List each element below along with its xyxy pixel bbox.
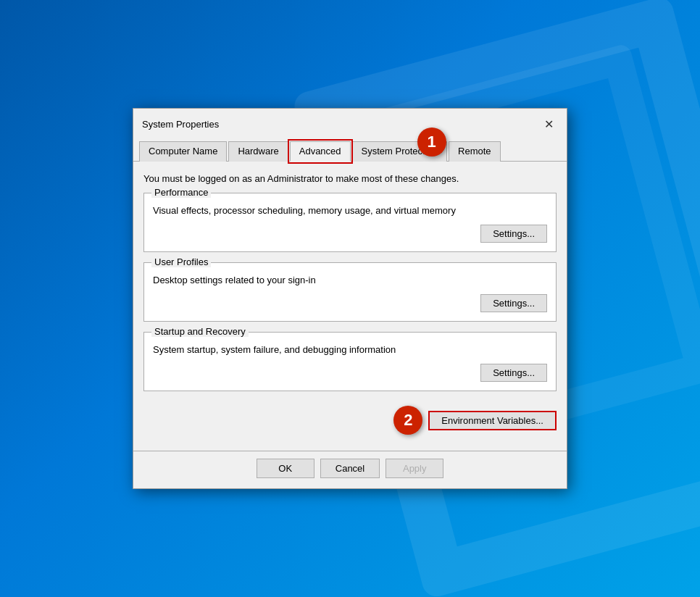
close-button[interactable]: ✕ — [539, 114, 558, 133]
tab-computer-name[interactable]: Computer Name — [139, 141, 227, 162]
startup-recovery-settings-row: Settings... — [153, 364, 547, 382]
startup-recovery-group: Startup and Recovery System startup, sys… — [143, 332, 557, 391]
dialog-title: System Properties — [142, 119, 219, 130]
user-profiles-settings-button[interactable]: Settings... — [480, 294, 547, 312]
startup-recovery-description: System startup, system failure, and debu… — [153, 343, 547, 364]
user-profiles-settings-row: Settings... — [153, 294, 547, 312]
apply-button[interactable]: Apply — [386, 459, 443, 478]
startup-recovery-settings-button[interactable]: Settings... — [480, 364, 547, 382]
user-profiles-label: User Profiles — [151, 256, 211, 267]
tabs: Computer Name Hardware Advanced 1 System… — [133, 138, 567, 162]
performance-settings-button[interactable]: Settings... — [480, 225, 547, 243]
tab-advanced[interactable]: Advanced 1 — [290, 141, 351, 162]
tabs-container: Computer Name Hardware Advanced 1 System… — [133, 138, 567, 162]
startup-recovery-inner: System startup, system failure, and debu… — [144, 333, 556, 391]
dialog-content: You must be logged on as an Administrato… — [133, 162, 567, 451]
startup-recovery-label: Startup and Recovery — [151, 326, 249, 337]
ok-button[interactable]: OK — [257, 459, 314, 478]
environment-variables-button[interactable]: Environment Variables... — [428, 411, 557, 430]
performance-label: Performance — [151, 187, 211, 198]
step1-badge: 1 — [417, 128, 446, 156]
tab-hardware[interactable]: Hardware — [228, 141, 288, 162]
performance-description: Visual effects, processor scheduling, me… — [153, 204, 547, 225]
step2-badge: 2 — [393, 406, 422, 435]
tab-remote[interactable]: Remote — [449, 141, 501, 162]
bottom-row: 2 Environment Variables... — [143, 401, 557, 442]
performance-group: Performance Visual effects, processor sc… — [143, 193, 557, 252]
performance-inner: Visual effects, processor scheduling, me… — [144, 193, 556, 251]
dialog-footer: OK Cancel Apply — [133, 451, 567, 488]
user-profiles-inner: Desktop settings related to your sign-in… — [144, 263, 556, 321]
user-profiles-description: Desktop settings related to your sign-in — [153, 273, 547, 294]
cancel-button[interactable]: Cancel — [320, 459, 380, 478]
title-bar: System Properties ✕ — [133, 109, 567, 138]
performance-settings-row: Settings... — [153, 225, 547, 243]
env-btn-container: 2 Environment Variables... — [393, 406, 557, 435]
system-properties-dialog: System Properties ✕ Computer Name Hardwa… — [133, 108, 567, 489]
user-profiles-group: User Profiles Desktop settings related t… — [143, 262, 557, 322]
